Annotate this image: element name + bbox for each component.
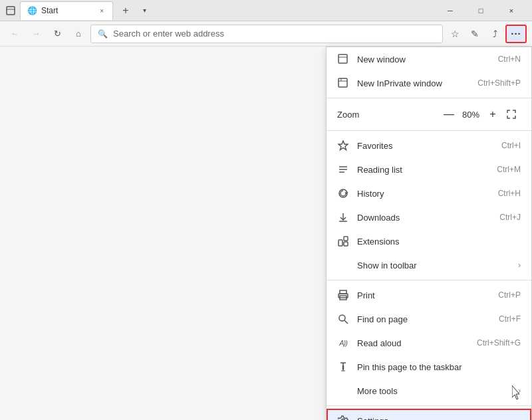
- downloads-shortcut: Ctrl+J: [499, 213, 521, 222]
- tab-label: Start: [41, 6, 58, 15]
- menu-item-favorites[interactable]: Favorites Ctrl+I: [327, 134, 531, 158]
- find-shortcut: Ctrl+F: [499, 314, 521, 324]
- menu-item-print[interactable]: Print Ctrl+P: [327, 283, 531, 307]
- menu-item-read-aloud[interactable]: A)) Read aloud Ctrl+Shift+G: [327, 331, 531, 355]
- menu-item-settings[interactable]: Settings: [327, 409, 531, 420]
- search-icon: 🔍: [98, 29, 108, 39]
- more-tools-icon: [337, 385, 349, 397]
- extensions-icon: [337, 235, 349, 247]
- address-placeholder: Search or enter web address: [113, 29, 224, 39]
- menu-item-reading-list[interactable]: Reading list Ctrl+M: [327, 158, 531, 181]
- address-input[interactable]: 🔍 Search or enter web address: [90, 25, 443, 43]
- downloads-label: Downloads: [357, 213, 491, 223]
- menu-item-extensions[interactable]: Extensions: [327, 229, 531, 253]
- zoom-control: Zoom — 80% +: [327, 101, 531, 128]
- zoom-label: Zoom: [337, 110, 440, 120]
- favorites-icon: [337, 140, 349, 152]
- pin-icon: [337, 361, 349, 373]
- favorites-label: Favorites: [357, 141, 493, 151]
- show-toolbar-arrow: ›: [518, 261, 521, 270]
- find-label: Find on page: [357, 314, 491, 324]
- svg-rect-13: [338, 240, 342, 246]
- menu-item-pin-taskbar[interactable]: Pin this page to the taskbar: [327, 355, 531, 379]
- minimize-button[interactable]: ─: [435, 0, 466, 21]
- more-button[interactable]: ···: [505, 25, 527, 43]
- address-bar: ← → ↻ ⌂ 🔍 Search or enter web address ☆ …: [0, 21, 532, 47]
- more-tools-arrow: ›: [518, 386, 521, 395]
- new-window-label: New window: [357, 54, 490, 64]
- svg-line-20: [344, 320, 348, 324]
- menu-item-inprivate[interactable]: New InPrivate window Ctrl+Shift+P: [327, 71, 531, 95]
- svg-point-19: [339, 315, 345, 321]
- inprivate-icon: [337, 77, 349, 89]
- print-icon: [337, 289, 349, 301]
- history-icon: [337, 187, 349, 199]
- downloads-icon: [337, 211, 349, 223]
- refresh-button[interactable]: ↻: [48, 25, 66, 43]
- svg-rect-4: [338, 78, 347, 87]
- menu-item-show-toolbar[interactable]: Show in toolbar ›: [327, 253, 531, 277]
- tab-icon-btn[interactable]: [5, 5, 16, 16]
- new-tab-button[interactable]: +: [117, 2, 134, 19]
- favorites-icon-button[interactable]: ☆: [446, 25, 464, 43]
- window-controls: ─ □ ×: [435, 0, 527, 21]
- pin-taskbar-label: Pin this page to the taskbar: [357, 362, 521, 372]
- browser-tab[interactable]: 🌐 Start ×: [20, 1, 113, 20]
- reading-list-label: Reading list: [357, 165, 489, 175]
- menu-item-more-tools[interactable]: More tools ›: [327, 379, 531, 403]
- menu-item-find[interactable]: Find on page Ctrl+F: [327, 307, 531, 331]
- reading-mode-button[interactable]: ✎: [466, 25, 484, 43]
- zoom-fullscreen-button[interactable]: [502, 105, 521, 124]
- tab-dropdown-button[interactable]: ▾: [138, 5, 150, 17]
- print-shortcut: Ctrl+P: [498, 290, 521, 300]
- more-tools-label: More tools: [357, 386, 510, 396]
- read-aloud-icon: A)): [337, 337, 349, 349]
- forward-button[interactable]: →: [27, 25, 45, 43]
- menu-item-downloads[interactable]: Downloads Ctrl+J: [327, 205, 531, 229]
- divider-4: [327, 405, 531, 406]
- divider-1: [327, 98, 531, 98]
- inprivate-shortcut: Ctrl+Shift+P: [477, 78, 521, 88]
- read-aloud-label: Read aloud: [357, 338, 469, 348]
- title-bar: 🌐 Start × + ▾ ─ □ ×: [0, 0, 532, 21]
- tab-close-button[interactable]: ×: [98, 6, 106, 16]
- toolbar-icons: ☆ ✎ ⤴ ···: [446, 25, 527, 43]
- window-close-button[interactable]: ×: [496, 0, 527, 21]
- new-window-shortcut: Ctrl+N: [498, 54, 521, 64]
- reading-list-icon: [337, 163, 349, 175]
- show-toolbar-label: Show in toolbar: [357, 261, 510, 270]
- history-shortcut: Ctrl+H: [498, 189, 521, 198]
- zoom-minus-button[interactable]: —: [440, 105, 458, 124]
- maximize-button[interactable]: □: [466, 0, 496, 21]
- back-button[interactable]: ←: [5, 25, 24, 43]
- home-button[interactable]: ⌂: [69, 25, 88, 43]
- settings-label: Settings: [357, 416, 521, 421]
- divider-3: [327, 280, 531, 280]
- history-label: History: [357, 189, 490, 199]
- find-icon: [337, 313, 349, 325]
- svg-rect-15: [344, 242, 348, 246]
- main-content: New window Ctrl+N New InPrivate window C…: [0, 47, 532, 420]
- settings-icon: [337, 415, 349, 420]
- zoom-plus-button[interactable]: +: [483, 105, 502, 124]
- menu-item-new-window[interactable]: New window Ctrl+N: [327, 47, 531, 71]
- extensions-label: Extensions: [357, 237, 521, 247]
- reading-list-shortcut: Ctrl+M: [497, 165, 521, 174]
- context-menu: New window Ctrl+N New InPrivate window C…: [326, 47, 532, 420]
- inprivate-label: New InPrivate window: [357, 78, 469, 88]
- new-window-icon: [337, 53, 349, 65]
- print-label: Print: [357, 290, 490, 300]
- svg-rect-14: [344, 237, 348, 241]
- divider-2: [327, 130, 531, 131]
- zoom-value: 80%: [458, 110, 483, 120]
- svg-rect-0: [7, 7, 15, 15]
- favorites-shortcut: Ctrl+I: [501, 141, 521, 150]
- svg-marker-7: [338, 141, 348, 150]
- tab-favicon: 🌐: [27, 6, 37, 15]
- share-button[interactable]: ⤴: [485, 25, 504, 43]
- menu-item-history[interactable]: History Ctrl+H: [327, 181, 531, 205]
- svg-rect-2: [338, 54, 347, 63]
- read-aloud-shortcut: Ctrl+Shift+G: [477, 338, 521, 348]
